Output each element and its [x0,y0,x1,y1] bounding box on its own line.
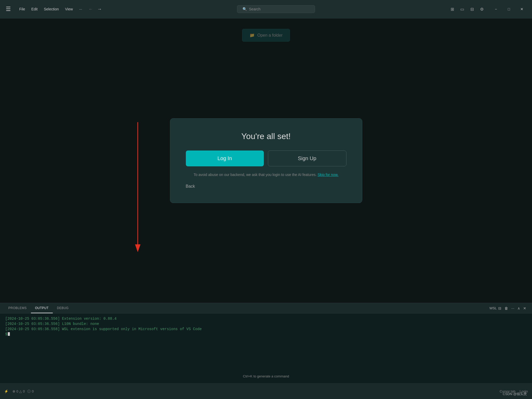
titlebar: ☰ File Edit Selection View ··· ← → 🔍 Sea… [0,0,532,18]
statusbar: ⚡ ⊗ 0 △ 0 ⓘ 0 Cursor tab Login [0,383,532,399]
wsl-label: WSL [489,306,497,310]
menu-selection[interactable]: Selection [41,6,62,12]
menu-view[interactable]: View [62,6,75,12]
split-horizontal-icon[interactable]: ⊟ [468,6,476,13]
main-editor-area: 📁 Open a folder You're all set! Log In S… [0,18,532,303]
info-icon: ⓘ [27,389,31,394]
titlebar-actions: ⊞ ▭ ⊟ ⚙ [449,6,486,13]
terminal-close-icon[interactable]: ✕ [522,305,528,311]
terminal-cursor-line: $ [4,332,528,336]
tab-problems[interactable]: PROBLEMS [4,303,31,313]
modal-title: You're all set! [186,132,346,141]
terminal-line-2-text: [2024-10-25 03:05:36.556] L10N bundle: n… [5,322,99,326]
close-button[interactable]: ✕ [516,4,528,14]
terminal-content: [2024-10-25 03:05:36.556] Extension vers… [0,313,532,383]
error-count: 0 [16,389,18,393]
menu-file[interactable]: File [17,6,28,12]
csdn-watermark: CSDN @猫头虎 [503,392,527,396]
layout-bottom-icon[interactable]: ▭ [458,6,466,13]
ctrl-k-hint: Ctrl+K to generate a command [243,374,289,378]
window-controls: − □ ✕ [490,4,528,14]
terminal-cursor [8,332,10,336]
terminal-line-3: [2024-10-25 03:05:36.558] WSL extension … [4,327,528,331]
tab-debug[interactable]: DEBUG [53,303,73,313]
menu-more[interactable]: ··· [76,6,85,12]
terminal-panel: PROBLEMS OUTPUT DEBUG WSL ⊟ 🗑 ··· ∧ ✕ [2… [0,303,532,383]
minimize-button[interactable]: − [490,4,502,14]
settings-gear-icon[interactable]: ⚙ [478,6,486,13]
auth-modal: You're all set! Log In Sign Up To avoid … [170,118,362,203]
nav-arrows: ← → [87,6,103,12]
terminal-line-2: [2024-10-25 03:05:36.556] L10N bundle: n… [4,322,528,326]
nav-forward-arrow[interactable]: → [96,6,103,12]
login-button[interactable]: Log In [186,151,264,166]
modal-overlay: You're all set! Log In Sign Up To avoid … [0,18,532,303]
terminal-collapse-icon[interactable]: ∧ [516,305,522,311]
statusbar-left: ⚡ ⊗ 0 △ 0 ⓘ 0 [4,389,34,394]
app-logo: ☰ [4,5,12,13]
search-placeholder: Search [249,7,260,11]
search-icon: 🔍 [242,7,247,11]
signup-button[interactable]: Sign Up [268,151,346,166]
back-button[interactable]: Back [186,183,195,190]
warning-count: 0 [23,389,25,393]
terminal-line-1: [2024-10-25 03:05:36.556] Extension vers… [4,317,528,321]
modal-buttons: Log In Sign Up [186,151,346,166]
maximize-button[interactable]: □ [503,4,515,14]
tab-output[interactable]: OUTPUT [31,303,53,313]
skip-link[interactable]: Skip for now. [318,173,338,177]
info-count: 0 [32,389,34,393]
terminal-split-icon[interactable]: ⊟ [497,305,503,311]
sidebar-toggle-icon[interactable]: ☰ [6,6,11,12]
errors-indicator[interactable]: ⊗ 0 △ 0 ⓘ 0 [12,389,34,394]
remote-indicator[interactable]: ⚡ [4,389,8,393]
terminal-line-3-text: [2024-10-25 03:05:36.558] WSL extension … [5,327,202,331]
menu-edit[interactable]: Edit [29,6,40,12]
terminal-prompt: $ [5,332,7,336]
terminal-tabs: PROBLEMS OUTPUT DEBUG WSL ⊟ 🗑 ··· ∧ ✕ [0,303,532,313]
nav-back-arrow[interactable]: ← [87,6,95,12]
menu-bar: File Edit Selection View ··· [17,6,85,12]
remote-icon: ⚡ [4,389,8,393]
search-bar[interactable]: 🔍 Search [237,5,315,13]
warning-icon: △ [19,389,22,393]
error-icon: ⊗ [12,389,15,393]
terminal-trash-icon[interactable]: 🗑 [503,305,510,311]
split-editor-icon[interactable]: ⊞ [449,6,456,13]
modal-disclaimer: To avoid abuse on our backend, we ask th… [186,173,346,177]
terminal-line-1-text: [2024-10-25 03:05:36.556] Extension vers… [5,317,116,321]
terminal-more-icon[interactable]: ··· [510,305,516,311]
